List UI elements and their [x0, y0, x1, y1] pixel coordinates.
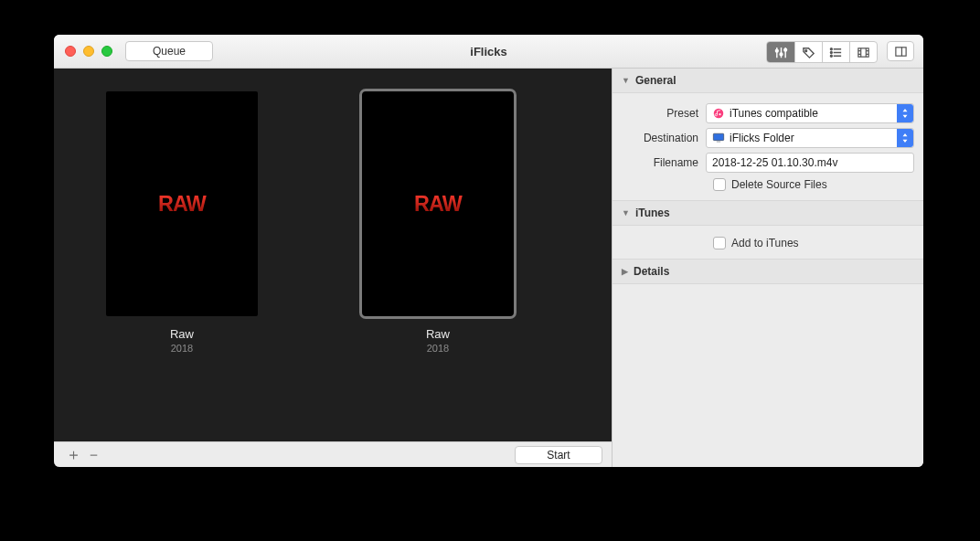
svg-rect-26	[713, 133, 723, 140]
content-area: RAW Raw 2018 RAW Raw 2018	[54, 69, 612, 467]
titlebar: Queue iFlicks	[54, 35, 923, 69]
disclosure-down-icon: ▼	[622, 208, 630, 217]
monitor-icon	[712, 132, 725, 144]
footer-bar: ＋ － Start	[54, 441, 612, 467]
add-to-itunes-label: Add to iTunes	[731, 237, 799, 249]
filename-value: 2018-12-25 01.10.30.m4v	[712, 156, 837, 169]
delete-source-label: Delete Source Files	[731, 178, 827, 191]
delete-source-checkbox[interactable]	[713, 178, 726, 191]
plus-icon: ＋	[66, 444, 81, 465]
app-window: Queue iFlicks	[54, 35, 923, 467]
filename-input[interactable]: 2018-12-25 01.10.30.m4v	[706, 153, 914, 173]
section-title: Details	[634, 265, 669, 278]
window-fullscreen-button[interactable]	[101, 46, 112, 57]
body: RAW Raw 2018 RAW Raw 2018	[54, 69, 923, 467]
destination-value: iFlicks Folder	[730, 132, 794, 144]
item-card[interactable]: RAW Raw 2018	[337, 91, 538, 354]
select-stepper-icon	[897, 104, 913, 122]
svg-point-3	[775, 49, 778, 52]
section-header-general[interactable]: ▼ General	[612, 69, 923, 93]
view-segmented-control	[766, 41, 878, 63]
preset-select[interactable]: iTunes compatible	[706, 103, 914, 123]
svg-point-12	[830, 55, 832, 57]
section-header-details[interactable]: ▶ Details	[612, 260, 923, 284]
destination-select[interactable]: iFlicks Folder	[706, 128, 914, 148]
item-title: Raw	[337, 327, 538, 341]
view-film-button[interactable]	[849, 42, 877, 62]
item-title: Raw	[81, 327, 282, 341]
destination-label: Destination	[622, 132, 706, 144]
section-title: iTunes	[635, 207, 670, 219]
traffic-lights	[65, 46, 112, 57]
section-title: General	[635, 74, 676, 87]
svg-point-25	[719, 113, 720, 115]
toggle-sidebar-button[interactable]	[887, 41, 914, 61]
preset-value: iTunes compatible	[730, 107, 818, 120]
add-to-itunes-checkbox[interactable]	[713, 237, 726, 249]
inspector-sidebar: ▼ General Preset iTunes compatible Desti…	[612, 69, 923, 467]
disclosure-right-icon: ▶	[622, 267, 628, 276]
item-poster: RAW	[106, 91, 258, 316]
svg-text:RAW: RAW	[158, 192, 207, 216]
raw-logo-icon: RAW	[392, 188, 484, 219]
sliders-icon	[774, 46, 788, 59]
window-close-button[interactable]	[65, 46, 76, 57]
queue-button[interactable]: Queue	[125, 41, 213, 61]
svg-point-10	[830, 48, 832, 49]
svg-point-4	[780, 52, 783, 55]
minus-icon: －	[86, 444, 101, 465]
svg-point-24	[714, 109, 724, 119]
item-year: 2018	[337, 343, 538, 354]
svg-point-6	[805, 49, 807, 51]
preset-label: Preset	[622, 107, 706, 120]
sidebar-icon	[894, 45, 908, 58]
items-grid: RAW Raw 2018 RAW Raw 2018	[54, 69, 612, 441]
view-tag-button[interactable]	[794, 42, 822, 62]
svg-rect-13	[858, 48, 868, 56]
filename-label: Filename	[622, 156, 706, 169]
view-sliders-button[interactable]	[767, 42, 794, 62]
svg-point-11	[830, 51, 832, 53]
svg-text:RAW: RAW	[414, 192, 463, 216]
add-button[interactable]: ＋	[63, 445, 83, 465]
list-icon	[829, 46, 843, 59]
svg-rect-20	[895, 47, 905, 55]
item-year: 2018	[81, 343, 282, 354]
start-button[interactable]: Start	[515, 446, 602, 464]
window-minimize-button[interactable]	[83, 46, 94, 57]
remove-button[interactable]: －	[83, 445, 103, 465]
item-card[interactable]: RAW Raw 2018	[81, 91, 282, 354]
film-icon	[857, 46, 870, 59]
view-list-button[interactable]	[822, 42, 849, 62]
itunes-icon	[712, 107, 725, 120]
svg-point-5	[783, 48, 786, 51]
disclosure-down-icon: ▼	[622, 76, 630, 85]
svg-rect-28	[717, 142, 720, 143]
section-body-itunes: Add to iTunes	[612, 226, 923, 260]
section-header-itunes[interactable]: ▼ iTunes	[612, 201, 923, 226]
item-poster: RAW	[362, 91, 514, 316]
raw-logo-icon: RAW	[136, 188, 228, 219]
tag-icon	[802, 46, 815, 59]
section-body-general: Preset iTunes compatible Destination	[612, 93, 923, 201]
select-stepper-icon	[897, 129, 913, 147]
